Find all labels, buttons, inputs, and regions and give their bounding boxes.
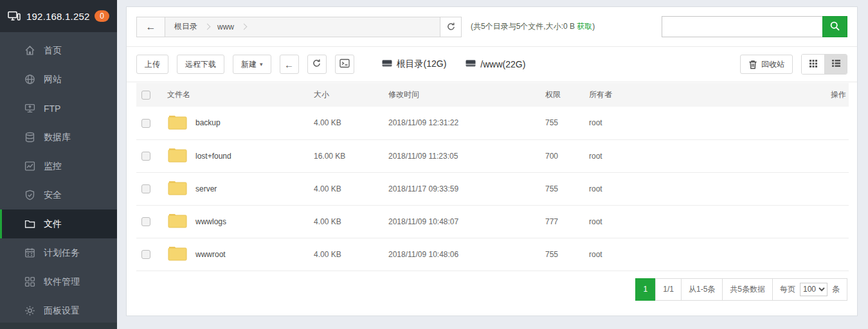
sidebar-item-config[interactable]: 面板设置 — [0, 296, 117, 325]
calendar-icon — [24, 247, 35, 258]
select-all-checkbox[interactable] — [141, 91, 150, 100]
file-manager-panel: ← 根目录 www (共5个目录与5个文件,大小:0 B 获取) — [126, 6, 858, 316]
message-count-badge[interactable]: 0 — [95, 10, 109, 22]
shield-icon — [24, 190, 35, 200]
apps-grid-icon — [24, 276, 35, 287]
sidebar-item-sites[interactable]: 网站 — [0, 65, 117, 94]
breadcrumb-root[interactable]: 根目录 — [174, 21, 197, 32]
file-size: 4.00 KB — [309, 107, 383, 139]
row-checkbox[interactable] — [141, 152, 150, 161]
row-checkbox[interactable] — [141, 184, 150, 193]
table-row[interactable]: backup 4.00 KB 2018/11/09 12:31:22 755 r… — [136, 107, 849, 139]
table-row[interactable]: wwwlogs 4.00 KB 2018/11/09 10:48:07 777 … — [136, 205, 849, 238]
sidebar-item-security[interactable]: 安全 — [0, 181, 117, 209]
search-input[interactable] — [662, 16, 822, 37]
gear-icon — [24, 305, 35, 316]
back-arrow-icon[interactable]: ← — [137, 17, 165, 37]
file-perm: 700 — [540, 139, 584, 172]
sidebar-item-label: 数据库 — [44, 132, 71, 143]
col-header-mtime[interactable]: 修改时间 — [383, 83, 540, 107]
refresh-path-icon[interactable] — [440, 17, 461, 37]
file-entry[interactable]: wwwlogs — [167, 212, 303, 231]
row-checkbox[interactable] — [141, 119, 150, 128]
list-view-button[interactable] — [824, 55, 847, 74]
sidebar-item-label: 首页 — [44, 45, 62, 57]
recycle-bin-button[interactable]: 回收站 — [740, 55, 793, 74]
table-row[interactable]: server 4.00 KB 2018/11/17 09:33:59 755 r… — [136, 172, 849, 205]
grid-view-button[interactable] — [802, 55, 824, 74]
table-row[interactable]: lost+found 16.00 KB 2018/11/09 11:23:05 … — [136, 139, 849, 172]
sidebar-item-label: FTP — [44, 103, 60, 114]
folder-icon — [167, 245, 188, 263]
file-mtime: 2018/11/09 10:48:06 — [383, 238, 540, 271]
file-mtime: 2018/11/09 11:23:05 — [383, 139, 540, 172]
file-size: 16.00 KB — [309, 139, 383, 172]
col-header-size[interactable]: 大小 — [309, 83, 383, 107]
disk-link-www[interactable]: /www(22G) — [466, 58, 525, 70]
main-area: ← 根目录 www (共5个目录与5个文件,大小:0 B 获取) — [117, 0, 868, 329]
refresh-icon — [312, 58, 321, 70]
row-checkbox[interactable] — [141, 250, 150, 259]
sidebar-item-database[interactable]: 数据库 — [0, 123, 117, 152]
sidebar-item-label: 面板设置 — [44, 305, 80, 317]
file-actions — [804, 238, 849, 271]
sidebar-item-monitor[interactable]: 监控 — [0, 152, 117, 181]
sidebar-item-ftp[interactable]: FTP — [0, 94, 117, 123]
pagination: 1 1/1 从1-5条 共5条数据 每页 100 条 — [127, 278, 847, 301]
terminal-icon — [339, 58, 350, 70]
col-header-name[interactable]: 文件名 — [162, 83, 309, 107]
file-actions — [804, 107, 849, 139]
file-owner: root — [584, 107, 804, 139]
per-page-cell: 每页 100 条 — [772, 278, 847, 301]
sidebar-item-home[interactable]: 首页 — [0, 36, 117, 65]
folder-icon — [167, 114, 188, 132]
search-icon — [829, 21, 840, 33]
file-entry[interactable]: server — [167, 179, 303, 198]
folder-icon — [24, 218, 35, 229]
get-size-link[interactable]: 获取 — [577, 22, 592, 31]
file-entry[interactable]: wwwroot — [167, 245, 303, 263]
page-indicator: 1/1 — [655, 278, 682, 301]
file-actions — [804, 172, 849, 205]
trash-icon — [748, 60, 757, 69]
chevron-icon — [241, 24, 248, 30]
hdd-icon — [382, 58, 392, 70]
sidebar-item-files[interactable]: 文件 — [0, 209, 117, 238]
file-table: 文件名 大小 修改时间 权限 所有者 操作 — [136, 83, 849, 271]
file-owner: root — [584, 139, 804, 172]
breadcrumb: ← 根目录 www — [136, 17, 462, 37]
row-checkbox[interactable] — [141, 217, 150, 226]
search-button[interactable] — [822, 16, 847, 37]
sidebar-item-cron[interactable]: 计划任务 — [0, 238, 117, 267]
chevron-icon — [204, 24, 211, 30]
breadcrumb-trail: 根目录 www — [165, 17, 440, 37]
file-name: lost+found — [195, 152, 231, 161]
upload-button[interactable]: 上传 — [136, 55, 168, 74]
sidebar-footer-strip — [0, 323, 117, 329]
table-row[interactable]: wwwroot 4.00 KB 2018/11/09 10:48:06 755 … — [136, 238, 849, 271]
file-perm: 755 — [540, 172, 584, 205]
file-owner: root — [584, 238, 804, 271]
back-button[interactable]: ← — [280, 55, 299, 74]
divider — [127, 82, 857, 82]
sidebar-item-label: 软件管理 — [44, 276, 80, 288]
file-mtime: 2018/11/09 10:48:07 — [383, 205, 540, 238]
page-button-1[interactable]: 1 — [635, 278, 656, 301]
sidebar-item-soft[interactable]: 软件管理 — [0, 267, 117, 296]
disk-link-root[interactable]: 根目录(12G) — [382, 58, 447, 70]
remote-download-button[interactable]: 远程下载 — [177, 55, 224, 74]
new-dropdown-button[interactable]: 新建 ▾ — [233, 55, 271, 74]
dir-stats-text: (共5个目录与5个文件,大小:0 B — [471, 22, 577, 31]
range-indicator: 从1-5条 — [681, 278, 723, 301]
file-entry[interactable]: lost+found — [167, 147, 303, 165]
breadcrumb-current[interactable]: www — [217, 22, 234, 31]
col-header-perm: 权限 — [540, 83, 584, 107]
refresh-button[interactable] — [307, 55, 327, 74]
monitor-icon — [8, 11, 21, 21]
file-entry[interactable]: backup — [167, 114, 303, 132]
hdd-icon — [466, 58, 476, 70]
file-owner: root — [584, 172, 804, 205]
folder-icon — [167, 179, 188, 198]
terminal-button[interactable] — [335, 55, 354, 74]
per-page-select[interactable]: 100 — [800, 283, 827, 296]
